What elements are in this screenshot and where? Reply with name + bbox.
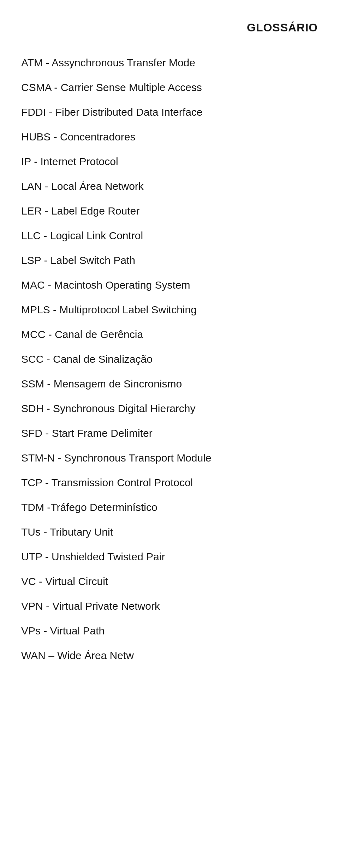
glossary-item-sdh: SDH - Synchronous Digital Hierarchy: [21, 401, 318, 416]
glossary-item-atm: ATM - Assynchronous Transfer Mode: [21, 55, 318, 70]
glossary-item-lsp: LSP - Label Switch Path: [21, 253, 318, 268]
glossary-item-tcp: TCP - Transmission Control Protocol: [21, 475, 318, 490]
glossary-item-fddi: FDDI - Fiber Distributed Data Interface: [21, 105, 318, 120]
glossary-item-vps: VPs - Virtual Path: [21, 623, 318, 638]
glossary-item-mcc: MCC - Canal de Gerência: [21, 327, 318, 342]
glossary-item-scc: SCC - Canal de Sinalização: [21, 352, 318, 367]
glossary-item-ip: IP - Internet Protocol: [21, 154, 318, 169]
glossary-item-lan: LAN - Local Área Network: [21, 179, 318, 194]
glossary-item-csma: CSMA - Carrier Sense Multiple Access: [21, 80, 318, 95]
glossary-item-vpn: VPN - Virtual Private Network: [21, 599, 318, 614]
glossary-item-wan: WAN – Wide Área Netw: [21, 648, 318, 663]
glossary-item-llc: LLC - Logical Link Control: [21, 228, 318, 243]
glossary-item-tus: TUs - Tributary Unit: [21, 525, 318, 540]
glossary-item-stmn: STM-N - Synchronous Transport Module: [21, 451, 318, 465]
glossary-item-vc: VC - Virtual Circuit: [21, 574, 318, 589]
glossary-list: ATM - Assynchronous Transfer ModeCSMA - …: [21, 55, 318, 663]
glossary-item-sfd: SFD - Start Frame Delimiter: [21, 426, 318, 441]
glossary-item-ssm: SSM - Mensagem de Sincronismo: [21, 376, 318, 391]
glossary-item-utp: UTP - Unshielded Twisted Pair: [21, 549, 318, 564]
page-title: GLOSSÁRIO: [21, 21, 318, 34]
glossary-item-mac: MAC - Macintosh Operating System: [21, 278, 318, 293]
glossary-item-hubs: HUBS - Concentradores: [21, 129, 318, 144]
glossary-item-mpls: MPLS - Multiprotocol Label Switching: [21, 302, 318, 317]
glossary-item-ler: LER - Label Edge Router: [21, 204, 318, 218]
glossary-item-tdm: TDM -Tráfego Determinístico: [21, 500, 318, 515]
